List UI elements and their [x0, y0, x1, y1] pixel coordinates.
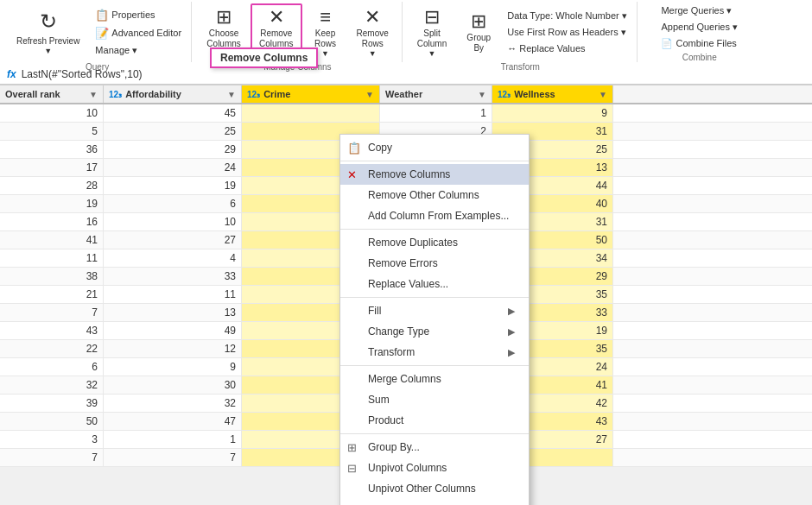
- menu-item-group-by[interactable]: ⊞ Group By...: [340, 437, 529, 458]
- grid-cell: 9: [104, 358, 242, 376]
- menu-group-by-label: Group By...: [368, 441, 420, 453]
- menu-fill-label: Fill: [368, 305, 381, 317]
- combine-group-label: Combine: [682, 51, 717, 62]
- keep-rows-label: KeepRows: [314, 28, 336, 49]
- grid-cell: 17: [0, 159, 104, 176]
- col-header-crime[interactable]: 12₃ Crime ▼: [242, 85, 380, 103]
- refresh-preview-button[interactable]: ↻ Refresh Preview ▼: [9, 3, 87, 60]
- grid-cell: 38: [0, 268, 104, 285]
- menu-replace-values-label: Replace Values...: [368, 278, 448, 290]
- menu-item-remove-other-columns[interactable]: Remove Other Columns: [340, 185, 529, 205]
- grid-cell: 19: [0, 195, 104, 212]
- data-type-button[interactable]: Data Type: Whole Number ▾: [503, 9, 631, 23]
- unpivot-menu-icon: ⊟: [347, 462, 357, 475]
- table-row: 104519: [0, 104, 812, 123]
- menu-item-remove-columns[interactable]: ✕ Remove Columns: [340, 164, 529, 185]
- manage-button[interactable]: Manage ▾: [91, 43, 186, 58]
- grid-cell: 7: [104, 449, 242, 466]
- menu-item-merge-columns[interactable]: Merge Columns: [340, 369, 529, 389]
- menu-item-unpivot-other-columns[interactable]: Unpivot Other Columns: [340, 478, 529, 499]
- grid-cell: 22: [0, 340, 104, 357]
- fx-label: fx: [7, 68, 16, 80]
- grid-cell: 49: [104, 322, 242, 339]
- refresh-icon: ↻: [40, 9, 57, 34]
- menu-sep-4: [340, 365, 529, 366]
- grid-cell: 25: [104, 123, 242, 140]
- menu-item-add-column-examples[interactable]: Add Column From Examples...: [340, 205, 529, 226]
- menu-copy-label: Copy: [368, 142, 392, 154]
- menu-item-unpivot-columns[interactable]: ⊟ Unpivot Columns: [340, 458, 529, 478]
- menu-item-change-type[interactable]: Change Type ▶: [340, 321, 529, 342]
- change-type-arrow-icon: ▶: [508, 326, 515, 338]
- col-header-wellness[interactable]: 12₃ Wellness ▼: [492, 85, 613, 103]
- replace-values-button[interactable]: ↔ Replace Values: [503, 41, 631, 55]
- copy-menu-icon: 📋: [347, 142, 361, 155]
- grid-cell: 28: [0, 177, 104, 194]
- col-crime-label: Crime: [263, 89, 290, 99]
- advanced-editor-button[interactable]: 📝 Advanced Editor: [91, 25, 186, 41]
- menu-remove-dupes-label: Remove Duplicates: [368, 237, 458, 249]
- sort-weather-icon: ▼: [478, 90, 486, 99]
- group-by-button[interactable]: ⊞ GroupBy: [458, 3, 499, 60]
- col-header-overall[interactable]: Overall rank ▼: [0, 85, 104, 103]
- combine-files-button[interactable]: 📄 Combine Files: [657, 36, 742, 51]
- ribbon: ↻ Refresh Preview ▼ 📋 Properties 📝 Advan…: [0, 0, 812, 85]
- append-queries-button[interactable]: Append Queries ▾: [657, 20, 742, 35]
- grid-cell: 7: [0, 304, 104, 321]
- col-afford-label: Affordability: [125, 89, 181, 99]
- menu-item-replace-values[interactable]: Replace Values...: [340, 274, 529, 294]
- grid-cell: 33: [104, 268, 242, 285]
- grid-cell: 24: [104, 159, 242, 176]
- col-crime-type: 12₃: [247, 90, 260, 99]
- split-column-button[interactable]: ⊟ SplitColumn ▼: [409, 3, 454, 60]
- grid-cell: 3: [0, 431, 104, 448]
- menu-item-copy[interactable]: 📋 Copy: [340, 137, 529, 158]
- menu-item-product[interactable]: Product: [340, 410, 529, 431]
- choose-cols-icon: ⊞: [216, 6, 232, 28]
- formula-bar: fx LastN(#"Sorted Rows",10): [0, 64, 812, 85]
- grid-cell: 5: [0, 123, 104, 140]
- sort-wellness-icon: ▼: [599, 90, 607, 99]
- append-queries-label: Append Queries ▾: [661, 22, 738, 33]
- refresh-preview-label: Refresh Preview: [16, 36, 79, 47]
- grid-cell: 30: [104, 376, 242, 394]
- transform-group-label: Transform: [501, 60, 540, 72]
- menu-item-sum[interactable]: Sum: [340, 389, 529, 410]
- menu-transform-label: Transform: [368, 346, 415, 358]
- col-header-weather[interactable]: Weather ▼: [380, 85, 492, 103]
- grid-cell: 11: [0, 249, 104, 267]
- sort-afford-icon: ▼: [227, 90, 236, 99]
- menu-item-fill[interactable]: Fill ▶: [340, 300, 529, 321]
- grid-cell: 10: [104, 213, 242, 230]
- use-first-row-button[interactable]: Use First Row as Headers ▾: [503, 25, 631, 40]
- menu-remove-other-cols-label: Remove Other Columns: [368, 189, 479, 201]
- menu-item-transform[interactable]: Transform ▶: [340, 342, 529, 363]
- menu-item-remove-duplicates[interactable]: Remove Duplicates: [340, 232, 529, 253]
- menu-sum-label: Sum: [368, 394, 390, 406]
- menu-sep-2: [340, 229, 529, 230]
- remove-rows-button[interactable]: ✕ RemoveRows ▼: [349, 3, 396, 60]
- properties-button[interactable]: 📋 Properties: [91, 7, 186, 23]
- grid-headers: Overall rank ▼ 12₃ Affordability ▼ 12₃ C…: [0, 85, 812, 104]
- remove-columns-popup[interactable]: Remove Columns: [210, 47, 318, 68]
- grid-cell: 16: [0, 213, 104, 230]
- col-header-affordability[interactable]: 12₃ Affordability ▼: [104, 85, 242, 103]
- group-by-icon: ⊞: [471, 10, 486, 33]
- grid-cell: 6: [0, 358, 104, 376]
- merge-queries-label: Merge Queries ▾: [661, 5, 732, 16]
- menu-merge-cols-label: Merge Columns: [368, 373, 441, 385]
- advanced-editor-label: Advanced Editor: [111, 28, 181, 38]
- formula-text: LastN(#"Sorted Rows",10): [22, 68, 143, 80]
- ribbon-group-combine: Merge Queries ▾ Append Queries ▾ 📄 Combi…: [639, 2, 760, 62]
- transform-arrow-icon: ▶: [508, 347, 515, 358]
- grid-cell: 43: [0, 322, 104, 339]
- grid-cell: 27: [104, 231, 242, 249]
- grid-cell: 7: [0, 449, 104, 466]
- menu-item-remove-errors[interactable]: Remove Errors: [340, 253, 529, 274]
- group-by-menu-icon: ⊞: [347, 441, 357, 454]
- col-weather-label: Weather: [385, 89, 422, 99]
- menu-item-unpivot-only-selected[interactable]: Unpivot Only Selected Columns: [340, 499, 529, 505]
- editor-icon: 📝: [95, 27, 109, 40]
- replace-values-label: Replace Values: [519, 43, 585, 54]
- merge-queries-button[interactable]: Merge Queries ▾: [657, 3, 742, 18]
